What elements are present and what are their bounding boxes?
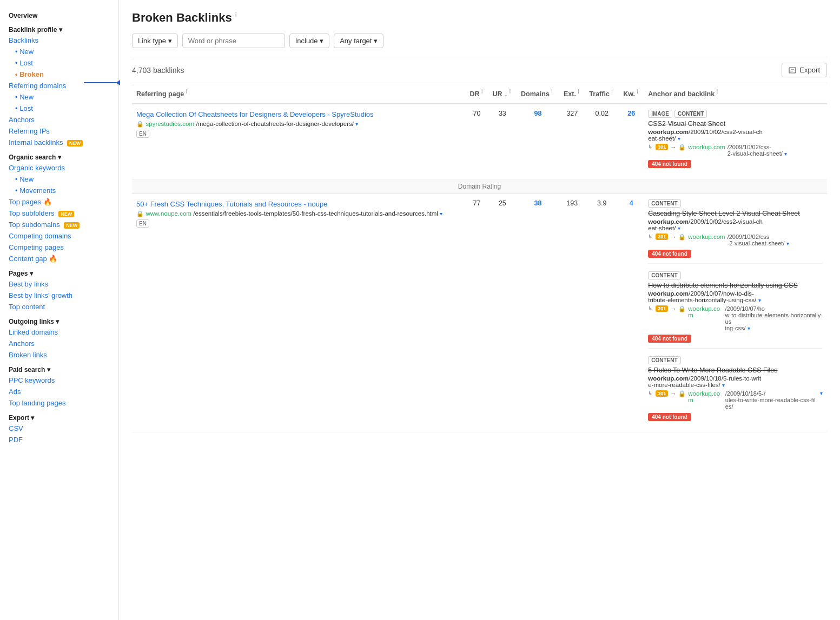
ct-badge-content-2b: CONTENT (648, 271, 680, 279)
referring-page-link-2[interactable]: 50+ Fresh CSS Techniques, Tutorials and … (136, 200, 328, 208)
page-title: Broken Backlinks i (132, 11, 827, 25)
sidebar-item-referring-ips[interactable]: Referring IPs (0, 125, 118, 137)
sidebar-item-best-by-links-growth[interactable]: Best by links' growth (0, 290, 118, 301)
sidebar-item-broken-links[interactable]: Broken links (0, 349, 118, 361)
domains-value[interactable]: 98 (517, 104, 559, 179)
anchor-domain-2a[interactable]: woorkup.com (648, 218, 689, 225)
redirect-link-2a[interactable]: woorkup.com (688, 234, 725, 240)
ur-value-2: 25 (488, 194, 517, 432)
sidebar-backlink-profile[interactable]: Backlink profile ▾ (0, 23, 118, 35)
col-dr[interactable]: DR i (465, 83, 488, 104)
sidebar-item-top-landing-pages[interactable]: Top landing pages (0, 397, 118, 409)
redirect-row: ↳ 301 → 🔒 woorkup.com /2009/10/02/css-2-… (648, 144, 823, 157)
col-traffic[interactable]: Traffic i (585, 83, 619, 104)
sidebar-outgoing-links[interactable]: Outgoing links ▾ (0, 315, 118, 326)
sidebar-item-ppc-keywords[interactable]: PPC keywords (0, 375, 118, 386)
dr-value-2: 77 (465, 194, 488, 432)
sidebar-export[interactable]: Export ▾ (0, 411, 118, 423)
referring-page-link[interactable]: Mega Collection Of Cheatsheets for Desig… (136, 110, 374, 118)
sidebar-pages[interactable]: Pages ▾ (0, 266, 118, 278)
any-target-filter[interactable]: Any target ▾ (334, 34, 383, 48)
sidebar-item-organic-movements[interactable]: Movements (0, 185, 118, 196)
sidebar-item-outgoing-anchors[interactable]: Anchors (0, 338, 118, 349)
new-badge: NEW (67, 140, 83, 146)
link-type-filter[interactable]: Link type ▾ (132, 34, 178, 48)
anchor-expand-redir-2c[interactable]: ▾ (820, 390, 823, 396)
sidebar-item-internal-backlinks[interactable]: Internal backlinks NEW (0, 137, 118, 148)
col-domains[interactable]: Domains i (517, 83, 559, 104)
redirect-link-2b[interactable]: woorkup.com (688, 305, 723, 318)
ct-badge-content-2c: CONTENT (648, 356, 680, 364)
word-phrase-input[interactable] (182, 34, 285, 48)
info-icon[interactable]: i (235, 11, 237, 19)
sidebar-item-top-subdomains[interactable]: Top subdomains NEW (0, 219, 118, 230)
kw-value[interactable]: 26 (619, 104, 644, 179)
sidebar-organic-search[interactable]: Organic search ▾ (0, 150, 118, 162)
col-ur[interactable]: UR ↓ i (488, 83, 517, 104)
anchor-expand-2b[interactable]: ▾ (758, 297, 761, 303)
sidebar-overview[interactable]: Overview (0, 9, 118, 21)
ct-badge-image: IMAGE (648, 110, 672, 118)
badge-404-2b: 404 not found (648, 335, 691, 343)
anchor-domain-2c[interactable]: woorkup.com (648, 375, 689, 382)
sidebar-item-ads[interactable]: Ads (0, 386, 118, 397)
expand-url-icon-2[interactable]: ▾ (440, 211, 442, 217)
include-filter[interactable]: Include ▾ (289, 34, 330, 48)
redirect-lock-2b: 🔒 (678, 305, 686, 312)
sidebar-item-competing-pages[interactable]: Competing pages (0, 242, 118, 253)
sidebar-item-linked-domains[interactable]: Linked domains (0, 326, 118, 338)
sidebar-item-backlinks[interactable]: Backlinks (0, 35, 118, 46)
sidebar-paid-search[interactable]: Paid search ▾ (0, 363, 118, 375)
table-row: 50+ Fresh CSS Techniques, Tutorials and … (132, 194, 827, 432)
sidebar-item-backlinks-broken[interactable]: Broken (0, 69, 118, 80)
dr-tooltip-cell: Domain Rating (132, 179, 827, 194)
expand-url-icon[interactable]: ▾ (355, 121, 358, 127)
sidebar-item-top-subfolders[interactable]: Top subfolders NEW (0, 208, 118, 219)
sidebar-item-referring-domains-new[interactable]: New (0, 91, 118, 103)
col-referring-page[interactable]: Referring page i (132, 83, 465, 104)
domains-value-2[interactable]: 38 (517, 194, 559, 432)
anchor-url-2b: woorkup.com/2009/10/07/how-to-dis-tribut… (648, 290, 823, 303)
anchor-domain-2b[interactable]: woorkup.com (648, 290, 689, 297)
sidebar-item-best-by-links[interactable]: Best by links (0, 278, 118, 290)
badge-404-2c: 404 not found (648, 413, 691, 421)
sidebar-item-anchors[interactable]: Anchors (0, 114, 118, 125)
sidebar-item-referring-domains[interactable]: Referring domains (0, 80, 118, 91)
anchor-domain[interactable]: woorkup.com (648, 129, 689, 135)
col-anchor-backlink[interactable]: Anchor and backlink i (644, 83, 827, 104)
redirect-path-2c: /2009/10/18/5-rules-to-write-more-readab… (725, 390, 818, 410)
redirect-row-2b: ↳ 301 → 🔒 woorkup.com /2009/10/07/how-to… (648, 305, 823, 331)
col-ext[interactable]: Ext. i (559, 83, 585, 104)
domain-path-2: /essentials/freebies-tools-templates/50-… (193, 210, 438, 217)
anchor-expand-icon-2a[interactable]: ▾ (678, 225, 680, 231)
sidebar-item-top-pages[interactable]: Top pages 🔥 (0, 196, 118, 208)
referring-domain-link[interactable]: spyrestudios.com (145, 121, 194, 127)
referring-domain-link-2[interactable]: www.noupe.com (145, 210, 191, 217)
status-404-2c: 404 not found (648, 411, 823, 421)
content-type-badges-2b: CONTENT (648, 271, 823, 279)
sidebar: Overview Backlink profile ▾ Backlinks Ne… (0, 0, 119, 620)
sidebar-item-content-gap[interactable]: Content gap 🔥 (0, 253, 118, 264)
export-button[interactable]: Export (782, 63, 827, 77)
kw-value-2[interactable]: 4 (619, 194, 644, 432)
redirect-link-2c[interactable]: woorkup.com (688, 390, 723, 403)
sidebar-item-referring-domains-lost[interactable]: Lost (0, 103, 118, 114)
sidebar-item-organic-new[interactable]: New (0, 174, 118, 185)
anchor-entry-2b: CONTENT How to distribute elements horiz… (648, 271, 823, 349)
domain-path: /mega-collection-of-cheatsheets-for-desi… (196, 121, 353, 127)
redirect-arrow-icon-2a: ↳ (648, 234, 652, 239)
anchor-expand-2c[interactable]: ▾ (722, 382, 725, 388)
referring-page-cell: Mega Collection Of Cheatsheets for Desig… (132, 104, 465, 179)
badge-301-2a: 301 (656, 234, 668, 240)
sidebar-item-csv[interactable]: CSV (0, 423, 118, 434)
anchor-expand-icon[interactable]: ▾ (678, 136, 680, 142)
backlinks-count: 4,703 backlinks (132, 66, 184, 75)
sidebar-item-backlinks-new[interactable]: New (0, 46, 118, 57)
sidebar-item-pdf[interactable]: PDF (0, 434, 118, 445)
sidebar-item-backlinks-lost[interactable]: Lost (0, 57, 118, 69)
sidebar-item-organic-keywords[interactable]: Organic keywords (0, 162, 118, 174)
sidebar-item-top-content[interactable]: Top content (0, 301, 118, 312)
col-kw[interactable]: Kw. i (619, 83, 644, 104)
sidebar-item-competing-domains[interactable]: Competing domains (0, 230, 118, 242)
redirect-link[interactable]: woorkup.com (688, 144, 725, 150)
